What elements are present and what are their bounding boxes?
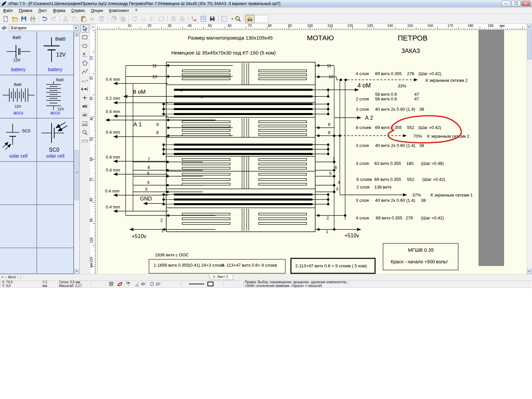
- library-footer-button[interactable]: ↑: [17, 275, 18, 279]
- grid-button[interactable]: [220, 15, 229, 23]
- delete-button[interactable]: [97, 15, 106, 23]
- svg-text:4 оМ: 4 оМ: [357, 82, 371, 89]
- scrollbar-thumb[interactable]: [527, 30, 532, 60]
- toolbar-button[interactable]: [37, 15, 40, 23]
- svg-text:8: 8: [328, 130, 330, 135]
- pointer-tool[interactable]: [80, 24, 89, 33]
- ruler-number: 100: [90, 237, 93, 243]
- skew-button[interactable]: [157, 15, 166, 23]
- scroll-down-arrow[interactable]: ▼: [74, 269, 79, 274]
- bezier-tool[interactable]: [80, 76, 89, 84]
- ellipse-tool[interactable]: [80, 42, 89, 50]
- library-item-battery-1[interactable]: Bat0 12V battery: [0, 32, 37, 75]
- library-item-battery-2[interactable]: Bat0 12V battery: [37, 32, 74, 75]
- menu-item[interactable]: Опции: [88, 8, 106, 14]
- polygon-tool[interactable]: [80, 59, 89, 67]
- zoom-tool[interactable]: [80, 128, 89, 136]
- send-to-back-button[interactable]: [118, 15, 127, 23]
- library-item-accu-2[interactable]: Bat0 12V accu: [37, 75, 74, 118]
- node-tool[interactable]: [80, 93, 89, 102]
- scroll-up-arrow[interactable]: ▲: [527, 24, 532, 29]
- menu-item[interactable]: Правка: [16, 8, 36, 14]
- toolbar-button[interactable]: [166, 15, 169, 23]
- status-hint: Правка: Выбор, перемещение, вращение, уд…: [243, 280, 532, 288]
- toolbar-button[interactable]: [58, 15, 61, 23]
- restore-button[interactable]: ❐: [511, 1, 521, 6]
- menu-item[interactable]: Форма: [50, 8, 68, 14]
- toolbar-button[interactable]: [106, 15, 109, 23]
- menu-item[interactable]: Сервис: [68, 8, 88, 14]
- canvas-vertical-scrollbar[interactable]: ▲ ▼: [527, 24, 532, 274]
- zoom-window-button[interactable]: [233, 15, 242, 23]
- duplicate-button[interactable]: [88, 15, 97, 23]
- rotation-step[interactable]: 15°: [149, 281, 161, 287]
- image-tool[interactable]: [80, 119, 89, 128]
- library-category-select[interactable]: Батареи ▼: [9, 25, 79, 31]
- copy-button[interactable]: [70, 15, 79, 23]
- close-button[interactable]: ×: [521, 1, 531, 6]
- open-file-button[interactable]: [10, 15, 19, 23]
- paste-button[interactable]: [79, 15, 88, 23]
- fill-style-sample[interactable]: [207, 282, 213, 286]
- toolbar-blank-box[interactable]: [254, 15, 268, 23]
- library-item-accu-1[interactable]: Bat0 12V accu: [0, 75, 37, 118]
- measure-tool[interactable]: [80, 137, 89, 145]
- mirror-button[interactable]: [139, 15, 148, 23]
- menu-item[interactable]: ?: [132, 8, 140, 14]
- library-item-solarcell-1[interactable]: SC0 solar cell: [0, 118, 37, 162]
- svg-text:0.4 mm: 0.4 mm: [105, 189, 119, 194]
- redo-button[interactable]: [49, 15, 58, 23]
- toolbar-button[interactable]: [242, 15, 245, 23]
- sheet-tab[interactable]: 1: Лист 1: [208, 274, 234, 280]
- lock-button[interactable]: [169, 15, 178, 23]
- menu-item[interactable]: Лист: [35, 8, 50, 14]
- line-style-sample[interactable]: [189, 284, 204, 284]
- angle-step[interactable]: 45°: [135, 281, 146, 287]
- new-file-button[interactable]: [1, 15, 10, 23]
- scrollbar-thumb[interactable]: [74, 150, 79, 200]
- freehand-pen-icon[interactable]: [117, 281, 123, 287]
- library-item-solarcell-2[interactable]: SC0 solar cell: [37, 118, 74, 162]
- chevron-down-icon[interactable]: ▼: [73, 25, 78, 30]
- menu-item[interactable]: Файл: [0, 8, 16, 14]
- library-footer-button[interactable]: ↓: [20, 275, 21, 279]
- drawing-canvas[interactable]: Размер магнитопровода 130х105х45МОТАЮПЕТ…: [96, 30, 527, 274]
- toolbar-button[interactable]: [217, 15, 220, 23]
- search-button[interactable]: [208, 15, 217, 23]
- toolbar-icon: [179, 15, 186, 22]
- undo-button[interactable]: [40, 15, 49, 23]
- toolbar-button[interactable]: [187, 15, 190, 23]
- component-list-button[interactable]: [199, 15, 208, 23]
- bring-to-front-button[interactable]: [109, 15, 118, 23]
- library-footer-button[interactable]: Abcd: [8, 275, 16, 279]
- polyline-tool[interactable]: [80, 67, 89, 76]
- toolbar-icon: [140, 15, 147, 22]
- textbox-tool[interactable]: [80, 111, 89, 119]
- library-book-icon[interactable]: [1, 25, 8, 31]
- dimension-tool[interactable]: [80, 85, 89, 93]
- grid-toggle-icon[interactable]: [109, 281, 114, 287]
- library-footer-button[interactable]: +: [1, 275, 3, 279]
- library-scrollbar[interactable]: ▲ ▼: [74, 32, 79, 274]
- menu-item[interactable]: Компонент: [106, 8, 132, 14]
- rotate-button[interactable]: [130, 15, 139, 23]
- save-button[interactable]: [19, 15, 28, 23]
- special-text-tool[interactable]: [80, 50, 89, 59]
- tool-icon: [81, 129, 88, 136]
- snap-pin-icon[interactable]: [126, 281, 131, 287]
- cut-button[interactable]: [61, 15, 70, 23]
- grid-dropdown-button[interactable]: [229, 15, 233, 23]
- print-button[interactable]: [28, 15, 37, 23]
- rectangle-tool[interactable]: [80, 33, 89, 41]
- scroll-up-arrow[interactable]: ▲: [74, 32, 79, 37]
- text-tool[interactable]: [80, 102, 89, 110]
- minimize-button[interactable]: —: [501, 1, 511, 6]
- scroll-down-arrow[interactable]: ▼: [527, 269, 532, 274]
- renumber-button[interactable]: [190, 15, 199, 23]
- flip-button[interactable]: [148, 15, 157, 23]
- toolbar-button[interactable]: [127, 15, 130, 23]
- library-footer-button[interactable]: −: [5, 275, 7, 279]
- unlock-button[interactable]: [178, 15, 187, 23]
- sheet-background: [96, 30, 527, 274]
- component-gallery-button[interactable]: [245, 15, 254, 23]
